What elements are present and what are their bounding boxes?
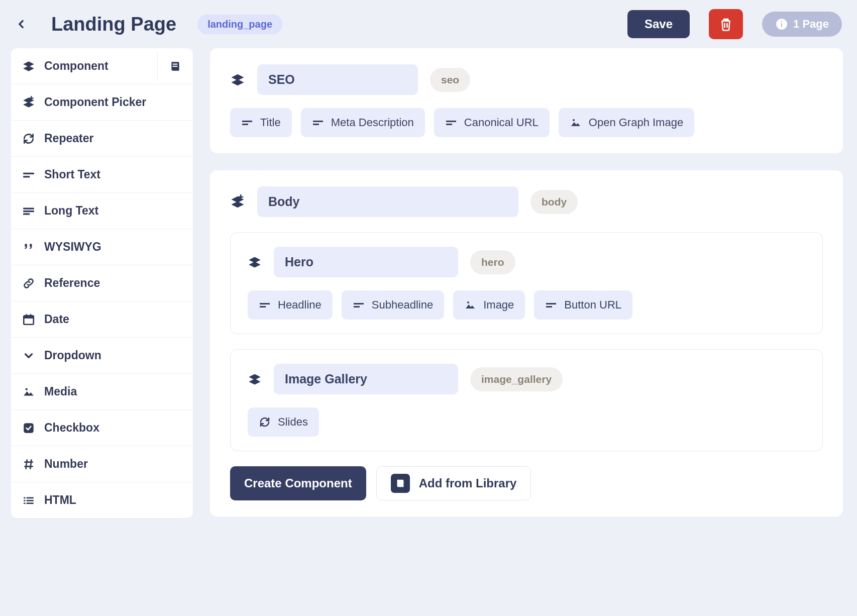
- sidebar-item-label: Checkbox: [44, 421, 99, 435]
- info-icon: [775, 18, 788, 31]
- sidebar-item-repeater[interactable]: Repeater: [11, 121, 193, 157]
- seo-slug-badge: seo: [430, 68, 470, 92]
- sidebar-item-wysiwyg[interactable]: WYSIWYG: [11, 229, 193, 265]
- image-icon: [22, 385, 35, 398]
- field-image[interactable]: Image: [453, 290, 525, 320]
- header: Landing Page landing_page Save 1 Page: [0, 0, 857, 48]
- long-text-icon: [22, 204, 35, 218]
- short-text-icon: [353, 299, 365, 311]
- sidebar-item-dropdown[interactable]: Dropdown: [11, 338, 193, 374]
- sidebar-item-component-picker[interactable]: Component Picker: [11, 84, 193, 121]
- save-button[interactable]: Save: [627, 10, 690, 38]
- sidebar-item-label: Number: [44, 457, 88, 471]
- hero-component-card: hero Headline Subheadline: [230, 232, 823, 334]
- field-label: Subheadline: [372, 298, 433, 312]
- field-label: Button URL: [564, 298, 621, 312]
- short-text-icon: [445, 117, 457, 129]
- book-icon: [169, 60, 182, 73]
- body-component-card: body hero Headline: [210, 170, 843, 517]
- image-icon: [570, 117, 582, 129]
- trash-icon: [718, 17, 733, 32]
- chevron-down-icon: [22, 349, 35, 362]
- sidebar-item-label: Date: [44, 313, 69, 326]
- add-from-library-label: Add from Library: [419, 476, 517, 490]
- pages-button-label: 1 Page: [793, 18, 829, 31]
- field-type-sidebar: Component Component Picker Repeater Shor…: [11, 48, 193, 518]
- short-text-icon: [22, 168, 35, 181]
- field-label: Meta Description: [331, 116, 414, 129]
- seo-name-input[interactable]: [257, 64, 418, 95]
- sidebar-item-html[interactable]: HTML: [11, 482, 193, 518]
- book-icon: [391, 474, 410, 493]
- field-label: Canonical URL: [464, 116, 539, 129]
- field-title[interactable]: Title: [230, 108, 292, 137]
- checkbox-icon: [22, 422, 35, 435]
- hero-name-input[interactable]: [274, 247, 458, 277]
- main-content: seo Title Meta Description Canonical URL: [210, 48, 843, 601]
- pages-button[interactable]: 1 Page: [762, 12, 842, 37]
- sidebar-item-label: Component: [44, 59, 109, 73]
- field-canonical-url[interactable]: Canonical URL: [434, 108, 550, 137]
- back-button[interactable]: [11, 14, 31, 34]
- sidebar-item-label: WYSIWYG: [44, 240, 101, 254]
- field-slides[interactable]: Slides: [248, 407, 319, 437]
- sidebar-item-label: Media: [44, 385, 77, 398]
- sidebar-item-label: Component Picker: [44, 95, 146, 109]
- sidebar-item-label: Repeater: [44, 132, 93, 145]
- field-label: Open Graph Image: [589, 116, 683, 129]
- sidebar-item-reference[interactable]: Reference: [11, 265, 193, 301]
- body-slug-badge: body: [530, 190, 578, 214]
- layers-icon: [248, 255, 262, 269]
- sidebar-item-date[interactable]: Date: [11, 301, 193, 338]
- component-library-button[interactable]: [157, 52, 193, 81]
- page-title: Landing Page: [51, 14, 176, 35]
- field-label: Image: [483, 298, 514, 312]
- field-meta-description[interactable]: Meta Description: [301, 108, 425, 137]
- layers-icon: [230, 72, 245, 87]
- short-text-icon: [312, 117, 324, 129]
- field-label: Slides: [278, 416, 308, 429]
- image-icon: [464, 299, 476, 311]
- add-from-library-button[interactable]: Add from Library: [376, 466, 531, 500]
- image-gallery-fields: Slides: [248, 407, 805, 437]
- field-headline[interactable]: Headline: [248, 290, 333, 320]
- sidebar-item-number[interactable]: Number: [11, 446, 193, 482]
- sidebar-item-long-text[interactable]: Long Text: [11, 193, 193, 229]
- sidebar-item-component[interactable]: Component: [11, 48, 157, 84]
- field-button-url[interactable]: Button URL: [534, 290, 632, 320]
- layers-icon: [248, 372, 262, 386]
- link-icon: [22, 277, 35, 290]
- short-text-icon: [259, 299, 271, 311]
- field-open-graph-image[interactable]: Open Graph Image: [559, 108, 694, 137]
- image-gallery-component-card: image_gallery Slides: [230, 349, 823, 451]
- sidebar-item-label: HTML: [44, 493, 76, 507]
- field-label: Title: [260, 116, 281, 129]
- list-icon: [22, 494, 35, 507]
- image-gallery-name-input[interactable]: [274, 364, 458, 394]
- sidebar-item-label: Reference: [44, 276, 100, 290]
- seo-fields: Title Meta Description Canonical URL Ope…: [230, 108, 823, 137]
- chevron-left-icon: [15, 18, 28, 31]
- sidebar-item-label: Short Text: [44, 168, 100, 181]
- calendar-icon: [22, 313, 35, 326]
- sidebar-item-label: Dropdown: [44, 349, 101, 362]
- layers-plus-icon: [230, 194, 245, 210]
- sidebar-item-checkbox[interactable]: Checkbox: [11, 410, 193, 446]
- delete-button[interactable]: [709, 9, 743, 39]
- refresh-icon: [259, 416, 271, 428]
- refresh-icon: [22, 132, 35, 145]
- sidebar-item-media[interactable]: Media: [11, 374, 193, 410]
- create-component-button[interactable]: Create Component: [230, 466, 366, 500]
- sidebar-item-label: Long Text: [44, 204, 98, 218]
- field-label: Headline: [278, 298, 322, 312]
- layers-icon: [22, 60, 35, 73]
- short-text-icon: [545, 299, 557, 311]
- hero-slug-badge: hero: [470, 250, 515, 274]
- field-subheadline[interactable]: Subheadline: [342, 290, 444, 320]
- body-name-input[interactable]: [257, 186, 518, 217]
- seo-component-card: seo Title Meta Description Canonical URL: [210, 48, 843, 153]
- hero-fields: Headline Subheadline Image Button U: [248, 290, 805, 320]
- image-gallery-slug-badge: image_gallery: [470, 367, 563, 391]
- sidebar-item-short-text[interactable]: Short Text: [11, 157, 193, 193]
- layers-plus-icon: [22, 96, 35, 109]
